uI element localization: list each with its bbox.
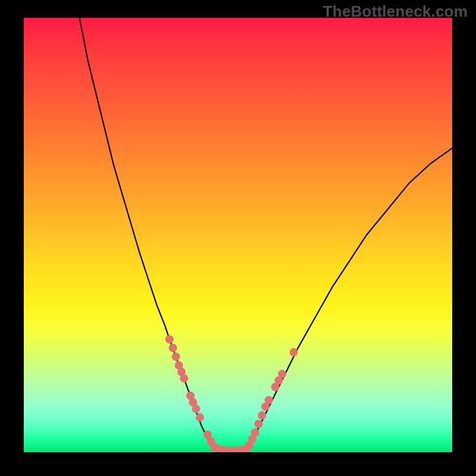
- bottleneck-curve: [80, 18, 452, 451]
- chart-svg: [24, 18, 452, 452]
- data-marker: [196, 414, 204, 422]
- chart-frame: TheBottleneck.com: [0, 0, 476, 476]
- data-marker: [290, 348, 298, 356]
- data-marker: [258, 411, 266, 419]
- curve-layer: [80, 18, 452, 451]
- data-marker: [172, 352, 180, 361]
- data-marker: [169, 344, 177, 352]
- data-marker: [255, 420, 263, 428]
- plot-area: [24, 18, 452, 452]
- data-marker: [180, 374, 188, 383]
- data-marker: [165, 335, 174, 343]
- data-marker: [251, 428, 259, 437]
- marker-layer: [165, 335, 298, 452]
- data-marker: [278, 370, 286, 378]
- data-marker: [265, 396, 273, 404]
- data-marker: [192, 405, 200, 413]
